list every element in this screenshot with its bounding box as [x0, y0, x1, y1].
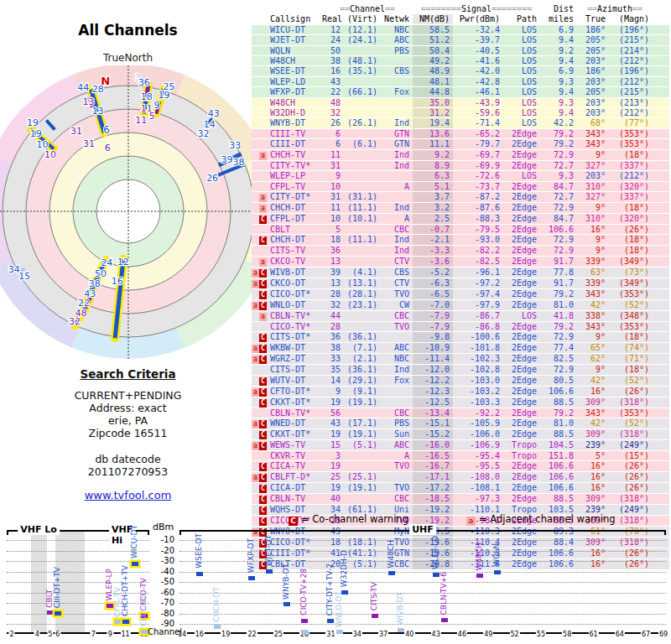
cell-power: -87.6: [453, 203, 503, 213]
cell-network: [381, 77, 413, 86]
channel-tick-label: 46: [457, 631, 467, 638]
cell-power: -41.6: [453, 56, 503, 65]
cell-miles: 84.7: [540, 214, 577, 224]
table-row: CIII-TV6GTN13.6-65.22Edge79.2343°(353°): [252, 128, 669, 138]
cell-virtual: (9.1): [344, 387, 381, 397]
cell-magnetic-azimuth: (71°): [609, 354, 653, 364]
channel-tick-label: 16: [195, 631, 205, 638]
search-criteria-heading: Search Criteria: [0, 367, 256, 381]
cell-virtual: (2.1): [344, 354, 381, 364]
station-bar-label: W48CH: [387, 540, 396, 568]
table-row: W48CH38(48.1)49.2-41.6LOS9.4203°(212°): [252, 55, 669, 65]
criteria-line: CURRENT+PENDING: [0, 389, 256, 402]
cell-path: LOS: [503, 171, 540, 180]
cell-callsign: CICA-DT: [268, 483, 322, 493]
cell-real: 36: [322, 246, 344, 255]
cell-true-azimuth: 203°: [577, 98, 609, 107]
signal-bar: [214, 625, 221, 629]
co-channel-icon: C: [259, 334, 267, 342]
criteria-line: erie, PA: [0, 414, 256, 427]
cell-network: [381, 108, 413, 117]
cell-virtual: (48.1): [344, 56, 381, 65]
cell-virtual: [344, 150, 381, 160]
warning-markers: [252, 171, 268, 180]
cell-magnetic-azimuth: (337°): [609, 192, 653, 202]
dbm-axis-label: dBm: [153, 522, 174, 532]
cell-true-azimuth: 310°: [577, 214, 609, 224]
channel-label: 32: [198, 128, 210, 139]
cell-virtual: [344, 161, 381, 170]
warning-markers: [252, 87, 268, 96]
cell-nm: 48.1: [413, 77, 453, 86]
cell-path: LOS: [503, 98, 540, 107]
cell-nm: -7.9: [413, 322, 453, 331]
adjacent-channel-icon: a: [259, 205, 267, 213]
cell-miles: 42.2: [540, 118, 577, 127]
cell-path: 2Edge: [503, 182, 540, 191]
criteria-line: Address: exact: [0, 402, 256, 414]
cell-power: -92.2: [453, 408, 503, 418]
cell-network: TVO: [381, 289, 413, 299]
cell-magnetic-azimuth: (213°): [609, 98, 653, 107]
cell-virtual: (36.1): [344, 365, 381, 374]
cell-miles: 91.7: [540, 257, 577, 267]
cell-path: 2Edge: [503, 461, 540, 471]
cell-magnetic-azimuth: (18°): [609, 332, 653, 342]
band-label: VHF Lo: [18, 524, 60, 535]
cell-callsign: CKCO-TV: [268, 257, 322, 267]
cell-path: 2Edge: [503, 139, 540, 148]
cell-callsign: CFPL-DT: [268, 214, 322, 224]
channel-label: 5: [149, 111, 155, 122]
adjacent-channel-icon: a: [252, 420, 259, 428]
tvfool-report-page: All Channels TrueNorth N4428131366313119…: [0, 0, 671, 644]
cell-miles: 88.5: [540, 397, 577, 408]
cell-real: 48: [322, 98, 344, 107]
cell-network: GTN: [381, 129, 413, 138]
cell-path: 2Edge: [503, 129, 540, 138]
cell-power: -42.8: [453, 77, 503, 86]
warning-markers: [252, 182, 268, 191]
cell-magnetic-azimuth: (26°): [609, 225, 653, 234]
cell-callsign: CKXT-DT*: [268, 397, 322, 408]
channel-label: 16: [112, 276, 123, 287]
cell-network: GTN: [381, 139, 413, 148]
table-row: CCITS-DT*36(36.1)-9.8-100.62Edge72.99°(1…: [252, 331, 669, 342]
cell-miles: 88.5: [540, 429, 577, 439]
station-bar-label: CIII-DT+TV: [53, 567, 62, 608]
cell-path: LOS: [503, 35, 540, 44]
tvfool-link[interactable]: www.tvfool.com: [85, 489, 172, 501]
cell-path: 2Edge: [503, 494, 540, 504]
signal-bar: [301, 630, 308, 634]
adjacent-channel-icon: a: [252, 388, 259, 397]
warning-markers: aC: [252, 418, 268, 428]
cell-magnetic-azimuth: (215°): [609, 87, 653, 96]
cell-network: Sun: [381, 429, 413, 439]
cell-power: -103.3: [453, 397, 503, 408]
cell-nm: -6.3: [413, 278, 453, 288]
warning-markers: aC: [252, 278, 268, 288]
cell-power: -65.2: [453, 129, 503, 138]
cell-miles: 80.5: [540, 376, 577, 386]
dbm-tick-label: -80: [161, 609, 174, 618]
table-row: aCHCH-TV11Ind9.2-69.72Edge72.99°(18°): [252, 149, 669, 160]
cell-network: Ind: [381, 365, 413, 374]
cell-virtual: (26.1): [344, 118, 381, 127]
cell-virtual: [344, 322, 381, 331]
radar-plot: N442813136631311919101033618111125199543…: [0, 65, 257, 359]
adjacent-channel-icon: a: [252, 356, 259, 364]
cell-nm: -12.0: [413, 365, 453, 374]
cell-path: Tropo: [503, 451, 540, 460]
cell-miles: 106.6: [540, 387, 577, 397]
cell-true-azimuth: 339°: [577, 278, 609, 288]
cell-nm: 9.2: [413, 150, 453, 160]
cell-callsign: CHCH-DT: [268, 203, 322, 213]
group-header-dist: Dist: [540, 4, 577, 13]
cell-real: 38: [322, 343, 344, 353]
warning-legend: C= Co-channel warning a= Adjacent channe…: [0, 513, 671, 527]
channel-label: 9: [153, 100, 159, 111]
cell-magnetic-azimuth: (26°): [609, 461, 653, 471]
signal-bar: [476, 574, 483, 578]
channel-label: 15: [18, 271, 30, 282]
channel-label: 18: [141, 91, 153, 102]
warning-markers: [252, 225, 268, 234]
